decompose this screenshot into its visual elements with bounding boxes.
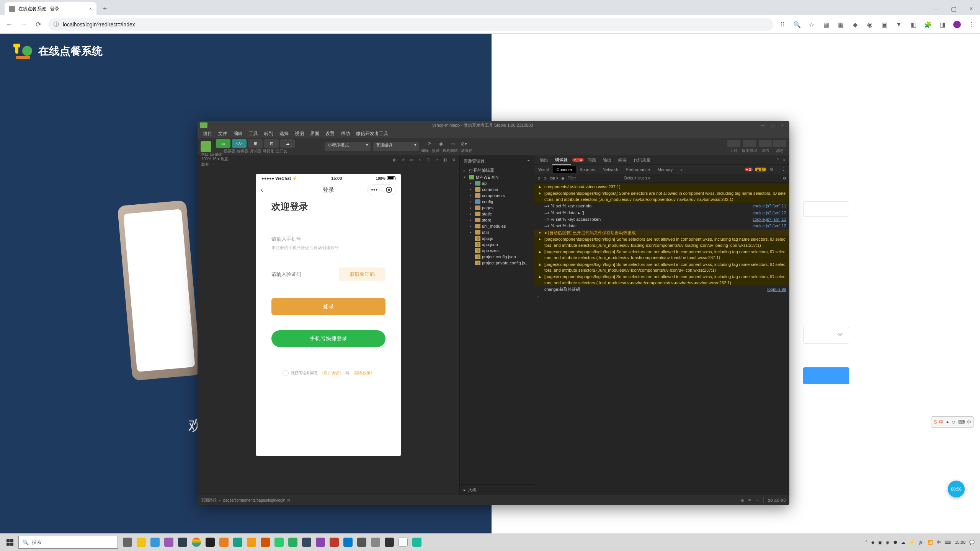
- folder-common[interactable]: ▸common: [460, 186, 534, 192]
- levels-select[interactable]: Default levels ▾: [624, 176, 650, 180]
- password-field-slice[interactable]: 👁: [803, 327, 849, 344]
- console-line[interactable]: --> % set % data:cookie.js? [sm]:12: [534, 223, 789, 229]
- taskview-icon[interactable]: [121, 535, 134, 549]
- form-field-slice[interactable]: [803, 201, 849, 217]
- menu-settings[interactable]: 设置: [323, 130, 337, 138]
- menu-wx[interactable]: 微信开发者工具: [354, 130, 390, 138]
- subtab-network[interactable]: Network: [599, 166, 622, 173]
- source-link[interactable]: cookie.js? [sm]:12: [753, 210, 786, 216]
- sim-icon-3[interactable]: ▭: [410, 158, 413, 162]
- app13-icon[interactable]: [300, 535, 313, 549]
- simulator-button[interactable]: ▭: [216, 139, 230, 148]
- profile-avatar[interactable]: [953, 21, 961, 28]
- compile-type-select[interactable]: 普通编译: [373, 142, 419, 151]
- sim-icon-2[interactable]: ⊕: [402, 158, 405, 162]
- footer-more-icon[interactable]: ⋯: [756, 498, 760, 502]
- explorer-icon[interactable]: [245, 535, 258, 549]
- folder-api[interactable]: ▸api: [460, 180, 534, 186]
- version-button[interactable]: [743, 140, 756, 147]
- app10-icon[interactable]: [259, 535, 272, 549]
- tray-lang-icon[interactable]: 中: [937, 540, 941, 545]
- console-line[interactable]: ▲components/uv-icon/uv-icon.wxss:237:1): [534, 184, 789, 190]
- ext1-icon[interactable]: ▦: [822, 21, 830, 28]
- maximize-icon[interactable]: ▢: [945, 2, 962, 15]
- console-line[interactable]: ▲[pages/components/pages/login/login] So…: [534, 274, 789, 286]
- app3-icon[interactable]: [162, 535, 175, 549]
- ext4-icon[interactable]: ◉: [866, 21, 874, 28]
- sim-icon-6[interactable]: ↗: [435, 158, 438, 162]
- footer-path[interactable]: pages/components/pages/login/login: [223, 498, 285, 502]
- taskbar-search[interactable]: 🔍搜索: [18, 536, 118, 549]
- console-line[interactable]: --> % set % key: userInfocookie.js? [sm]…: [534, 203, 789, 209]
- ime-settings-icon[interactable]: ⚙: [967, 419, 971, 425]
- tray-i6-icon[interactable]: ⚡: [909, 540, 915, 545]
- tray-clock[interactable]: 15:00: [955, 540, 965, 544]
- app18-icon[interactable]: [369, 535, 382, 549]
- privacy-link[interactable]: 《隐私政策》: [351, 370, 374, 376]
- file-appjs[interactable]: app.js: [460, 235, 534, 241]
- login-button[interactable]: 登录: [271, 298, 385, 315]
- app19-icon[interactable]: [383, 535, 396, 549]
- back-icon[interactable]: ←: [5, 20, 14, 29]
- settings-gear-icon[interactable]: ⚙: [766, 165, 777, 173]
- ext3-icon[interactable]: ◆: [851, 21, 859, 28]
- floating-timer[interactable]: 00:56: [948, 481, 965, 497]
- sim-icon-7[interactable]: ◧: [443, 158, 447, 162]
- source-link[interactable]: cookie.js? [sm]:11: [753, 203, 786, 209]
- app8-icon[interactable]: [231, 535, 244, 549]
- app7-icon[interactable]: [217, 535, 230, 549]
- file-appjson[interactable]: app.json: [460, 241, 534, 248]
- footer-eye-icon[interactable]: 👁: [748, 498, 752, 502]
- message-button[interactable]: [773, 140, 786, 147]
- ime-punct-icon[interactable]: ●: [946, 419, 949, 425]
- tab-debugger[interactable]: 调试器: [552, 156, 571, 165]
- app12-icon[interactable]: [286, 535, 299, 549]
- subtab-more-icon[interactable]: »: [676, 166, 686, 173]
- tab-output[interactable]: 输出: [537, 156, 551, 164]
- console-line[interactable]: --> % set % data: ▸ {}cookie.js? [sm]:12: [534, 210, 789, 216]
- app17-icon[interactable]: [355, 535, 368, 549]
- folder-components[interactable]: ▸components: [460, 192, 534, 199]
- folder-uni-modules[interactable]: ▸uni_modules: [460, 223, 534, 229]
- warn-count[interactable]: ▲ 14: [755, 168, 766, 171]
- panel-close-icon[interactable]: ×: [782, 158, 787, 162]
- tray-i4-icon[interactable]: ⬢: [893, 540, 897, 545]
- copy-path-icon[interactable]: ⎘: [287, 498, 290, 502]
- app6-icon[interactable]: [204, 535, 217, 549]
- forward-icon[interactable]: →: [19, 20, 28, 29]
- visual-button[interactable]: ⊡: [264, 139, 279, 148]
- tray-i1-icon[interactable]: ◆: [871, 540, 874, 545]
- ext2-icon[interactable]: ▦: [837, 21, 844, 28]
- menu-view[interactable]: 视图: [292, 130, 306, 138]
- context-select[interactable]: top ▾: [550, 176, 558, 180]
- sim-icon-1[interactable]: ◐: [393, 158, 396, 162]
- folder-utils[interactable]: ▸utils: [460, 229, 534, 235]
- sim-icon-4[interactable]: ⎋: [419, 158, 421, 162]
- translate-icon[interactable]: ⠿: [779, 21, 786, 28]
- site-info-icon[interactable]: ⓘ: [54, 21, 59, 28]
- omnibox[interactable]: ⓘ localhost/login?redirect=/index: [48, 18, 773, 31]
- folder-pages[interactable]: ▸pages: [460, 205, 534, 211]
- source-link[interactable]: cookie.js? [sm]:11: [753, 217, 786, 222]
- detail-button[interactable]: [759, 140, 772, 147]
- filter-input[interactable]: [568, 176, 621, 180]
- back-button[interactable]: ‹: [261, 186, 263, 194]
- ext5-icon[interactable]: ▣: [880, 21, 888, 28]
- tray-up-icon[interactable]: ˄: [865, 540, 867, 545]
- app21-icon[interactable]: [410, 535, 423, 549]
- tray-ime-icon[interactable]: ⌨: [945, 540, 951, 545]
- new-tab-button[interactable]: +: [100, 3, 110, 14]
- file-appwxss[interactable]: app.wxss: [460, 248, 534, 254]
- sim-icon-8[interactable]: ⚙: [452, 158, 456, 162]
- menu-goto[interactable]: 转到: [262, 130, 276, 138]
- console-settings-icon[interactable]: ⚙: [783, 176, 786, 180]
- ext7-icon[interactable]: ◧: [910, 21, 917, 28]
- subtab-console[interactable]: Console: [553, 166, 576, 173]
- star-icon[interactable]: ☆: [808, 21, 815, 28]
- menu-project[interactable]: 项目: [201, 130, 214, 138]
- console-line[interactable]: change:获取验证码login.js:99: [534, 286, 789, 293]
- app14-icon[interactable]: [314, 535, 327, 549]
- menu-file[interactable]: 文件: [216, 130, 230, 138]
- subtab-sources[interactable]: Sources: [576, 166, 599, 173]
- side-panel-icon[interactable]: ◨: [939, 21, 946, 28]
